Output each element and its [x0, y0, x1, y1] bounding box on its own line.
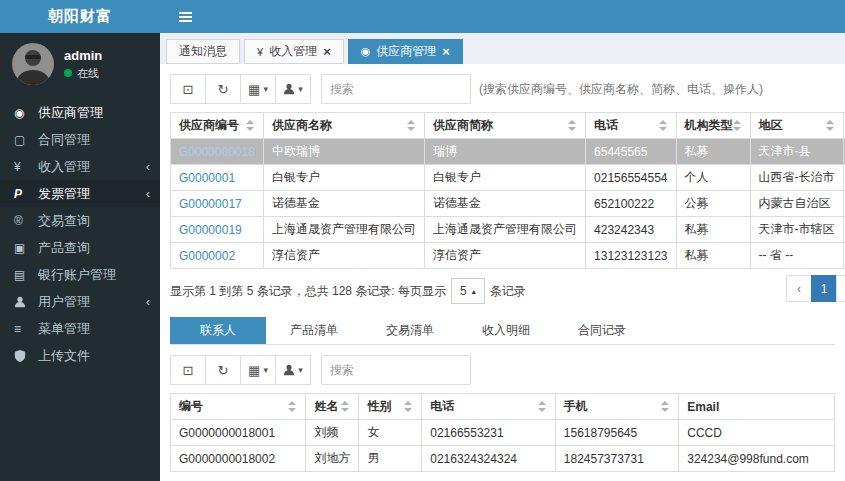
page-button-2[interactable]: 2: [836, 275, 845, 302]
page-button-1[interactable]: 1: [811, 275, 837, 302]
supplier-search-input[interactable]: [321, 74, 471, 104]
export-button[interactable]: ▾: [275, 74, 311, 104]
supplier-id-link[interactable]: G0000000018: [179, 145, 255, 159]
column-header-supplier-id[interactable]: 供应商编号: [171, 113, 264, 139]
org-type-cell: 私募: [676, 243, 750, 269]
tab-supplier-mgmt[interactable]: ◉ 供应商管理 ×: [348, 39, 463, 64]
sidebar-item-bank-account-mgmt[interactable]: ▤ 银行账户管理: [0, 261, 160, 288]
avatar[interactable]: [12, 43, 54, 85]
sort-icon[interactable]: [246, 120, 255, 131]
phone-cell: 65445565: [586, 139, 676, 165]
sidebar-item-label: 交易查询: [38, 212, 90, 230]
sort-icon[interactable]: [538, 401, 547, 412]
brand-logo[interactable]: 朝阳财富: [0, 0, 160, 33]
sort-icon[interactable]: [661, 401, 670, 412]
column-header-gender[interactable]: 性别: [359, 394, 422, 420]
sort-icon[interactable]: [659, 120, 668, 131]
supplier-id-link[interactable]: G00000017: [179, 197, 242, 211]
close-icon[interactable]: ×: [323, 45, 331, 58]
column-header-phone[interactable]: 电话: [586, 113, 676, 139]
tab-income-mgmt[interactable]: ¥ 收入管理 ×: [244, 39, 344, 64]
detail-view-button[interactable]: ⊡: [170, 355, 206, 385]
phone-cell: 13123123123: [586, 243, 676, 269]
sidebar-toggle-button[interactable]: [175, 8, 196, 26]
close-icon[interactable]: ×: [442, 45, 450, 58]
chevron-left-icon: ‹: [146, 159, 150, 174]
tab-label: 供应商管理: [376, 43, 436, 60]
page-size-dropdown[interactable]: 5 ▴: [451, 278, 485, 304]
prev-page-button[interactable]: ‹: [786, 275, 812, 302]
refresh-button[interactable]: ↻: [205, 355, 241, 385]
sort-icon[interactable]: [341, 401, 350, 412]
table-row[interactable]: G0000002 淳信资产 淳信资产 13123123123 私募 -- 省 -…: [171, 243, 845, 269]
sort-icon[interactable]: [288, 401, 297, 412]
tab-notifications[interactable]: 通知消息: [166, 39, 240, 64]
contact-table: 编号 姓名 性别 电话 手机 Email G0000000018001 刘频 女: [170, 393, 835, 472]
sidebar-item-supplier-mgmt[interactable]: ◉ 供应商管理: [0, 99, 160, 126]
sort-icon[interactable]: [826, 120, 835, 131]
tab-product-list[interactable]: 产品清单: [266, 317, 362, 344]
sidebar-item-menu-mgmt[interactable]: ≡ 菜单管理: [0, 315, 160, 342]
supplier-id-link[interactable]: G00000019: [179, 223, 242, 237]
org-type-cell: 私募: [676, 139, 750, 165]
tab-contacts[interactable]: 联系人: [170, 317, 266, 344]
contact-header-row: 编号 姓名 性别 电话 手机 Email: [171, 394, 835, 420]
user-status[interactable]: 在线: [64, 66, 102, 81]
column-header-region[interactable]: 地区: [750, 113, 843, 139]
column-header-supplier-name[interactable]: 供应商名称: [264, 113, 425, 139]
detail-tabs: 联系人 产品清单 交易清单 收入明细 合同记录: [170, 317, 835, 345]
tab-contract-records[interactable]: 合同记录: [554, 317, 650, 344]
column-header-org-type[interactable]: 机构类型: [676, 113, 750, 139]
table-row[interactable]: G00000017 诺德基金 诺德基金 652100222 公募 内蒙古自治区 …: [171, 191, 845, 217]
registered-icon: ®: [14, 214, 38, 228]
columns-button[interactable]: ▦ ▾: [240, 74, 276, 104]
user-status-label: 在线: [77, 66, 99, 81]
sort-icon[interactable]: [404, 401, 413, 412]
supplier-id-link[interactable]: G0000001: [179, 171, 235, 185]
user-icon: [14, 296, 38, 308]
column-header-supplier-short-name[interactable]: 供应商简称: [425, 113, 586, 139]
tab-income-detail[interactable]: 收入明细: [458, 317, 554, 344]
supplier-id-link[interactable]: G0000002: [179, 249, 235, 263]
table-row[interactable]: G00000019 上海通晟资产管理有限公司 上海通晟资产管理有限公司 4232…: [171, 217, 845, 243]
sidebar-item-contract-mgmt[interactable]: ▢ 合同管理: [0, 126, 160, 153]
sidebar-item-transaction-query[interactable]: ® 交易查询: [0, 207, 160, 234]
column-header-mobile[interactable]: 手机: [555, 394, 678, 420]
avatar-photo: [12, 43, 54, 85]
sort-icon[interactable]: [733, 120, 742, 131]
column-header-name[interactable]: 姓名: [306, 394, 359, 420]
caret-down-icon: ▾: [298, 365, 303, 375]
columns-icon: ▦: [248, 363, 260, 378]
chevron-left-icon: ‹: [146, 294, 150, 309]
export-button[interactable]: ▾: [275, 355, 311, 385]
caret-down-icon: ▾: [298, 84, 303, 94]
name-cell: 刘地方: [306, 446, 359, 472]
sidebar-item-user-mgmt[interactable]: 用户管理 ‹: [0, 288, 160, 315]
supplier-name-cell: 上海通晟资产管理有限公司: [264, 217, 425, 243]
table-row[interactable]: G0000000018001 刘频 女 02166553231 15618795…: [171, 420, 835, 446]
chevron-left-icon: ‹: [146, 186, 150, 201]
column-header-email[interactable]: Email: [679, 394, 835, 420]
refresh-button[interactable]: ↻: [205, 74, 241, 104]
sidebar-item-income-mgmt[interactable]: ¥ 收入管理 ‹: [0, 153, 160, 180]
table-row[interactable]: G0000001 白银专户 白银专户 02156554554 个人 山西省-长治…: [171, 165, 845, 191]
sort-icon[interactable]: [407, 120, 416, 131]
open-tabs-bar: 通知消息 ¥ 收入管理 × ◉ 供应商管理 ×: [160, 33, 845, 64]
detail-view-button[interactable]: ⊡: [170, 74, 206, 104]
sort-icon[interactable]: [568, 120, 577, 131]
phone-cell: 0216324324324: [422, 446, 556, 472]
tab-transaction-list[interactable]: 交易清单: [362, 317, 458, 344]
column-header-contact-id[interactable]: 编号: [171, 394, 306, 420]
mobile-cell: 15618795645: [555, 420, 678, 446]
table-actions-group: ⊡ ↻ ▦ ▾ ▾: [170, 74, 311, 104]
phone-cell: 423242343: [586, 217, 676, 243]
columns-button[interactable]: ▦ ▾: [240, 355, 276, 385]
table-row[interactable]: G0000000018 中欧瑞博 瑞博 65445565 私募 天津市-县 ad…: [171, 139, 845, 165]
contact-search-input[interactable]: [321, 355, 471, 385]
sidebar-item-product-query[interactable]: ▣ 产品查询: [0, 234, 160, 261]
sidebar-item-upload-file[interactable]: 上传文件: [0, 342, 160, 369]
sidebar-item-invoice-mgmt[interactable]: P 发票管理 ‹: [0, 180, 160, 207]
column-header-phone[interactable]: 电话: [422, 394, 556, 420]
org-type-cell: 私募: [676, 217, 750, 243]
table-row[interactable]: G0000000018002 刘地方 男 0216324324324 18245…: [171, 446, 835, 472]
